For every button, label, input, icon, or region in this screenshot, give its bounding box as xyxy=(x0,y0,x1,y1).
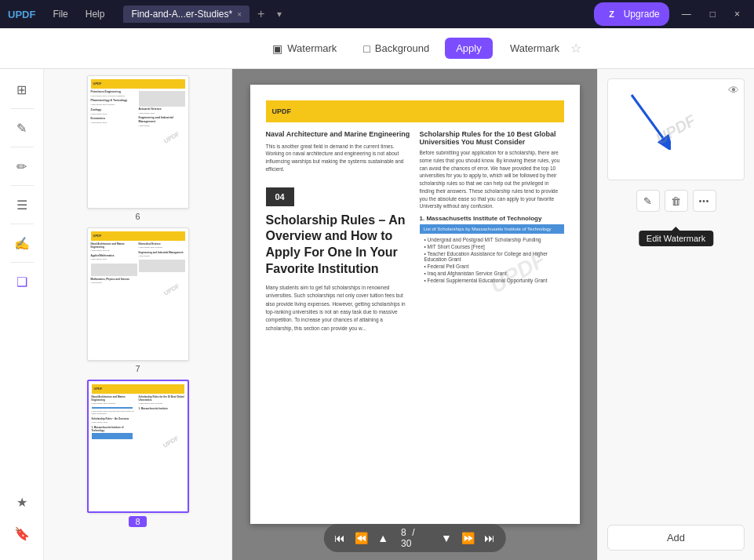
left-section1-title: Naval Architecture and Marine Engineerin… xyxy=(266,130,410,140)
upgrade-button[interactable]: Z Upgrade xyxy=(594,2,669,26)
apply-tool-btn[interactable]: Apply xyxy=(445,38,493,59)
nav-prev-btn[interactable]: ▲ xyxy=(374,530,392,546)
tab-current[interactable]: Find-and-A...er-Studies* × xyxy=(123,5,250,23)
sidebar-icon-forms[interactable]: ☰ xyxy=(6,191,38,219)
nav-next-more-btn[interactable]: ⏩ xyxy=(458,530,478,546)
tab-title: Find-and-A...er-Studies* xyxy=(131,9,232,20)
wm-more-button[interactable]: ••• xyxy=(693,190,716,212)
close-button[interactable]: × xyxy=(728,9,746,20)
sidebar-divider-1 xyxy=(10,108,34,109)
tab-dropdown-btn[interactable]: ▾ xyxy=(272,9,286,20)
wm-actions-wrapper: ✎ 🗑 ••• Edit Watermark xyxy=(607,190,745,221)
titlebar-right: Z Upgrade — □ × xyxy=(594,2,746,26)
thumbnail-7[interactable]: UPDF Naval Architecture and Marine Engin… xyxy=(50,227,225,373)
sidebar-divider-3 xyxy=(10,185,34,186)
tab-close-btn[interactable]: × xyxy=(237,10,242,19)
wm-edit-button[interactable]: ✎ xyxy=(636,190,660,212)
star-button[interactable]: ☆ xyxy=(570,41,581,56)
thumb-img-6[interactable]: UPDF Petroleum Engineering Lorem ipsum d… xyxy=(87,75,189,209)
add-watermark-button[interactable]: Add xyxy=(607,525,745,551)
delete-icon: 🗑 xyxy=(671,195,681,207)
upgrade-label: Upgrade xyxy=(624,9,660,20)
toolbar: ▣ Watermark □ Background Apply Watermark… xyxy=(0,28,754,69)
sidebar-icon-layers[interactable]: ❑ xyxy=(6,267,38,296)
background-icon: □ xyxy=(363,42,370,55)
thumb-label-6: 6 xyxy=(135,212,140,221)
menu-file[interactable]: File xyxy=(46,7,74,21)
watermark-icon: ▣ xyxy=(272,42,282,55)
bullet-5: Federal Supplemental Educational Opportu… xyxy=(420,278,564,283)
total-pages: 30 xyxy=(401,538,411,549)
nav-first-btn[interactable]: ⏮ xyxy=(331,530,348,546)
sidebar-icon-edit[interactable]: ✎ xyxy=(6,114,38,142)
edit-icon: ✎ xyxy=(643,195,652,207)
left-section1-text: This is another great field in demand in… xyxy=(266,143,410,173)
thumbnail-panel: UPDF Petroleum Engineering Lorem ipsum d… xyxy=(44,69,232,560)
current-page: 8 xyxy=(401,527,406,538)
uni-title: 1. Massachusetts Institute of Technology xyxy=(420,215,564,222)
sidebar-icon-pages[interactable]: ⊞ xyxy=(6,75,38,104)
nav-last-btn[interactable]: ⏭ xyxy=(481,530,498,546)
user-avatar: Z xyxy=(603,5,621,23)
app-logo: UPDF xyxy=(8,9,35,20)
sidebar-divider-2 xyxy=(10,147,34,147)
sidebar-icon-annotate[interactable]: ✏ xyxy=(6,152,38,180)
page-number-box: 04 xyxy=(266,187,294,206)
maximize-button[interactable]: □ xyxy=(704,9,722,20)
main-layout: ⊞ ✎ ✏ ☰ ✍ ❑ ★ 🔖 UPDF Petroleum Engineeri… xyxy=(0,69,754,560)
left-sidebar: ⊞ ✎ ✏ ☰ ✍ ❑ ★ 🔖 xyxy=(0,69,44,560)
bullet-1: MIT Short Courses [Free] xyxy=(420,244,564,249)
background-label: Background xyxy=(375,42,429,54)
right-panel: UPDF 👁 ✎ 🗑 ••• Edit Watermark Add xyxy=(597,69,754,560)
page-two-col: Naval Architecture and Marine Engineerin… xyxy=(266,130,564,339)
page-right-col: Scholarship Rules for the 10 Best Global… xyxy=(420,130,564,339)
sidebar-icon-star[interactable]: ★ xyxy=(6,488,38,516)
tab-area: Find-and-A...er-Studies* × + ▾ xyxy=(123,5,588,23)
wm-hide-button[interactable]: 👁 xyxy=(728,84,739,96)
page-separator: / xyxy=(412,527,414,538)
blue-box: List of Scholarships by Massachusetts In… xyxy=(420,224,564,234)
pdf-content-area[interactable]: UPDF Naval Architecture and Marine Engin… xyxy=(232,69,597,560)
thumb-img-7[interactable]: UPDF Naval Architecture and Marine Engin… xyxy=(87,227,189,361)
menu-help[interactable]: Help xyxy=(79,7,111,21)
watermark-tool-btn[interactable]: ▣ Watermark xyxy=(261,38,348,60)
thumbnail-8[interactable]: UPDF Naval Architecture and Marine Engin… xyxy=(50,380,225,527)
toolbar-end: Watermark ☆ xyxy=(510,41,581,56)
navigation-bar: ⏮ ⏪ ▲ 8 / 30 ▼ ⏩ ⏭ xyxy=(323,524,506,552)
page-big-title: Scholarship Rules – An Overview and How … xyxy=(266,213,410,278)
sidebar-icon-sign[interactable]: ✍ xyxy=(6,229,38,257)
page-info: 8 / 30 xyxy=(395,527,435,549)
bullet-0: Undergrad and Postgrad MIT Scholarship F… xyxy=(420,237,564,242)
page-header-bar: UPDF xyxy=(266,100,564,122)
nav-prev-more-btn[interactable]: ⏪ xyxy=(352,530,371,546)
page-header-logo: UPDF xyxy=(272,107,292,115)
sidebar-divider-4 xyxy=(10,224,34,224)
wm-delete-button[interactable]: 🗑 xyxy=(665,190,688,212)
more-icon: ••• xyxy=(699,197,710,205)
sidebar-divider-5 xyxy=(10,262,34,263)
watermark-preview: UPDF 👁 xyxy=(607,78,745,180)
right-panel-label: Watermark xyxy=(510,42,559,54)
bullet-list: Undergrad and Postgrad MIT Scholarship F… xyxy=(420,237,564,283)
tab-add-btn[interactable]: + xyxy=(253,7,269,21)
bullet-3: Federal Pell Grant xyxy=(420,264,564,269)
thumbnail-6[interactable]: UPDF Petroleum Engineering Lorem ipsum d… xyxy=(50,75,225,221)
apply-label: Apply xyxy=(456,42,482,54)
titlebar: UPDF File Help Find-and-A...er-Studies* … xyxy=(0,0,754,28)
background-tool-btn[interactable]: □ Background xyxy=(352,38,440,60)
thumb-label-7: 7 xyxy=(135,364,140,373)
thumb-label-8: 8 xyxy=(129,516,146,527)
edit-watermark-tooltip: Edit Watermark xyxy=(639,231,713,246)
minimize-button[interactable]: — xyxy=(676,9,698,20)
page-body-text: Many students aim to get full scholarshi… xyxy=(266,284,410,333)
pdf-page: UPDF Naval Architecture and Marine Engin… xyxy=(250,85,580,524)
nav-next-btn[interactable]: ▼ xyxy=(438,530,455,546)
thumb-img-8[interactable]: UPDF Naval Architecture and Marine Engin… xyxy=(87,380,189,513)
bullet-2: Teacher Education Assistance for College… xyxy=(420,251,564,262)
watermark-label: Watermark xyxy=(287,42,337,54)
bullet-4: Iraq and Afghanistan Service Grant xyxy=(420,271,564,276)
toolbar-center: ▣ Watermark □ Background Apply xyxy=(261,38,492,60)
right-intro-text: Before submitting your application for a… xyxy=(420,149,564,210)
sidebar-icon-bookmark[interactable]: 🔖 xyxy=(6,519,38,547)
right-section-title: Scholarship Rules for the 10 Best Global… xyxy=(420,130,564,146)
